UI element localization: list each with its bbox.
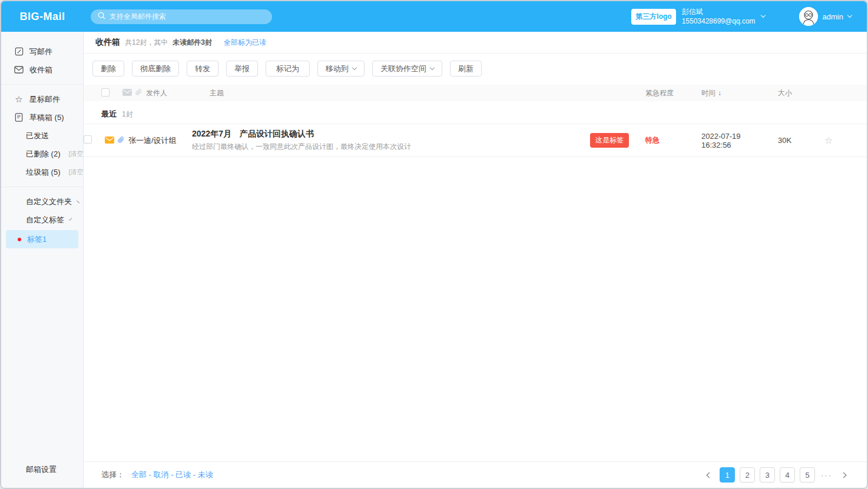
column-header-size: 大小 <box>770 88 814 98</box>
sidebar-item-settings[interactable]: 邮箱设置 <box>1 461 83 488</box>
sidebar-item-label: 写邮件 <box>29 46 52 57</box>
star-icon[interactable]: ☆ <box>824 135 833 145</box>
envelope-icon <box>105 135 114 146</box>
user-email: 15503428699@qq.com <box>682 16 756 26</box>
toolbar: 删除 彻底删除 转发 举报 标记为 移动到 关联协作空间 刷新 <box>84 54 867 84</box>
chevron-down-icon <box>760 13 765 18</box>
mark-as-button[interactable]: 标记为 <box>266 61 310 76</box>
admin-menu[interactable]: admin <box>799 7 852 26</box>
star-icon: ☆ <box>14 95 24 104</box>
mail-sender: 张一迪/设计组 <box>128 135 192 146</box>
drafts-icon <box>14 113 24 122</box>
refresh-button[interactable]: 刷新 <box>450 61 482 76</box>
chevron-down-icon <box>69 217 72 221</box>
sidebar-item-compose[interactable]: 写邮件 <box>1 42 83 61</box>
sidebar-item-tag1[interactable]: 标签1 <box>6 230 78 248</box>
global-search[interactable] <box>91 9 272 24</box>
mail-preview: 经过部门最终确认，一致同意此次产品设计图，最终决定使用本次设计 <box>192 142 411 152</box>
sidebar-item-drafts[interactable]: 草稿箱 (5) <box>1 108 83 127</box>
mail-urgency: 特急 <box>637 135 693 145</box>
search-icon <box>98 11 105 22</box>
pagination-ellipsis[interactable]: ··· <box>820 471 833 480</box>
sidebar-item-label: 标签1 <box>27 234 47 245</box>
sidebar-item-starred[interactable]: ☆ 星标邮件 <box>1 90 83 108</box>
compose-icon <box>14 47 24 56</box>
delete-forever-button[interactable]: 彻底删除 <box>132 61 179 76</box>
sidebar-item-label: 邮箱设置 <box>26 464 57 475</box>
mail-app-window: BIG-Mail 第三方logo 彭信斌 15503428699@qq.com <box>0 0 868 489</box>
sidebar-item-label: 垃圾箱 (5) <box>26 167 61 178</box>
sidebar-item-sent[interactable]: 已发送 <box>1 127 83 145</box>
chevron-left-icon <box>707 472 713 478</box>
sidebar-item-label: 已发送 <box>26 131 49 141</box>
sidebar-item-label: 收件箱 <box>29 65 52 75</box>
page-button-3[interactable]: 3 <box>760 467 775 483</box>
next-page-button[interactable] <box>838 471 849 480</box>
paperclip-icon <box>135 88 142 98</box>
chevron-down-icon <box>352 65 357 69</box>
page-button-4[interactable]: 4 <box>780 467 795 483</box>
move-to-label: 移动到 <box>326 64 349 74</box>
sidebar-item-inbox[interactable]: 收件箱 <box>1 61 83 79</box>
divider <box>1 84 83 85</box>
link-workspace-dropdown[interactable]: 关联协作空间 <box>372 61 442 76</box>
group-count: 1封 <box>122 109 133 119</box>
list-header-row: 发件人 主题 紧急程度 时间↓ 大小 <box>84 85 867 101</box>
page-button-5[interactable]: 5 <box>800 467 815 483</box>
sidebar-item-label: 自定义文件夹 <box>26 197 72 207</box>
main-panel: 收件箱 共12封，其中 未读邮件3封 全部标为已读 删除 彻底删除 转发 举报 … <box>84 32 867 488</box>
mail-icon <box>122 89 132 98</box>
column-header-urgency: 紧急程度 <box>637 88 693 98</box>
avatar <box>799 7 818 26</box>
unread-count-text: 未读邮件3封 <box>173 38 212 48</box>
clear-deleted-link[interactable]: [清空] <box>69 149 85 158</box>
sidebar-item-label: 草稿箱 (5) <box>29 112 64 123</box>
sidebar-item-label: 已删除 (2) <box>26 149 61 159</box>
search-input[interactable] <box>110 12 265 21</box>
sidebar-item-custom-tags[interactable]: 自定义标签 <box>1 211 83 229</box>
page-button-2[interactable]: 2 <box>740 467 755 483</box>
mail-icon <box>14 66 24 74</box>
user-name: 彭信斌 <box>682 7 756 16</box>
group-label: 最近 <box>101 109 117 119</box>
sidebar-item-label: 自定义标签 <box>26 215 64 225</box>
sidebar: 写邮件 收件箱 ☆ 星标邮件 草稿箱 (5) 已发送 <box>1 32 84 488</box>
row-checkbox[interactable] <box>84 135 92 144</box>
group-row-recent: 最近 1封 <box>84 101 867 124</box>
mark-all-read-link[interactable]: 全部标为已读 <box>224 38 266 48</box>
mail-row[interactable]: 张一迪/设计组 2022年7月 产品设计回执确认书 经过部门最终确认，一致同意此… <box>84 124 867 157</box>
footer-bar: 选择： 全部 - 取消 - 已读 - 未读 1 2 3 4 5 ··· <box>84 461 867 488</box>
third-party-logo-button[interactable]: 第三方logo <box>631 9 675 25</box>
prev-page-button[interactable] <box>704 471 715 480</box>
page-button-1[interactable]: 1 <box>720 467 735 483</box>
top-bar: BIG-Mail 第三方logo 彭信斌 15503428699@qq.com <box>1 1 867 32</box>
select-label: 选择： <box>101 470 124 480</box>
sidebar-item-trash[interactable]: 垃圾箱 (5) [清空] <box>1 163 83 181</box>
sort-desc-icon: ↓ <box>718 89 721 97</box>
link-workspace-label: 关联协作空间 <box>380 64 426 74</box>
mail-tag-badge[interactable]: 这是标签 <box>590 133 629 148</box>
clear-trash-link[interactable]: [清空] <box>69 168 85 177</box>
delete-button[interactable]: 删除 <box>92 61 124 76</box>
sidebar-item-custom-folders[interactable]: 自定义文件夹 <box>1 192 83 211</box>
mail-subject: 2022年7月 产品设计回执确认书 <box>192 129 411 139</box>
tag-dot-icon <box>18 238 21 241</box>
chevron-down-icon <box>847 13 852 18</box>
account-switcher[interactable]: 彭信斌 15503428699@qq.com <box>682 7 765 26</box>
column-header-time[interactable]: 时间↓ <box>693 88 770 98</box>
forward-button[interactable]: 转发 <box>187 61 218 76</box>
chevron-down-icon <box>430 65 435 69</box>
sidebar-item-deleted[interactable]: 已删除 (2) [清空] <box>1 145 83 163</box>
column-header-sender: 发件人 <box>146 88 210 98</box>
move-to-dropdown[interactable]: 移动到 <box>317 61 365 76</box>
select-links[interactable]: 全部 - 取消 - 已读 - 未读 <box>131 470 213 480</box>
app-logo: BIG-Mail <box>1 11 84 23</box>
report-button[interactable]: 举报 <box>226 61 258 76</box>
pagination: 1 2 3 4 5 ··· <box>704 467 849 483</box>
admin-label: admin <box>823 12 843 21</box>
empty-list-area <box>84 157 867 461</box>
select-all-checkbox[interactable] <box>101 88 110 97</box>
mailbox-header-bar: 收件箱 共12封，其中 未读邮件3封 全部标为已读 <box>84 32 867 54</box>
time-header-label: 时间 <box>701 89 715 97</box>
chevron-right-icon <box>77 200 79 203</box>
